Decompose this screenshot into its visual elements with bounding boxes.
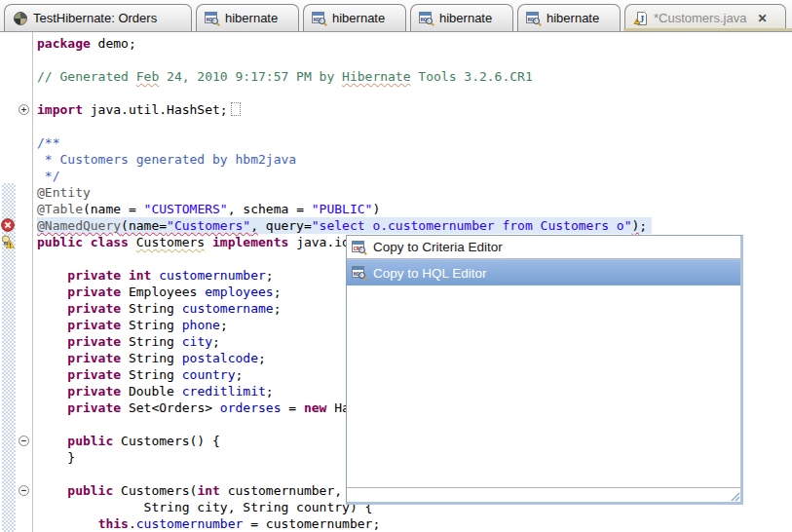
code-line-4[interactable]: import java.util.HashSet; — [37, 101, 241, 118]
code-token: . — [129, 516, 136, 531]
menu-item-copy-to-criteria-editor[interactable]: CRICopy to Criteria Editor — [347, 236, 740, 259]
code-token — [37, 301, 67, 316]
java-icon: J — [633, 11, 649, 26]
code-line-21[interactable]: private Double creditlimit; — [37, 383, 274, 399]
tab-label: hibernate — [439, 11, 492, 25]
code-line-6[interactable]: /** — [37, 134, 59, 151]
code-token: ; — [266, 268, 274, 283]
code-token: (name= — [121, 218, 167, 233]
code-token: postalcode — [182, 351, 258, 365]
tab-hibernate[interactable]: HQLhibernate — [303, 4, 406, 31]
svg-text:J: J — [639, 13, 644, 23]
code-token: , schema = — [228, 202, 312, 216]
code-token: = customernumber; — [243, 516, 380, 531]
code-token — [37, 367, 67, 382]
code-line-0[interactable]: package demo; — [37, 35, 136, 52]
hql-icon: HQL — [205, 11, 220, 26]
error-icon[interactable] — [1, 218, 15, 232]
editor-tab-bar: TestHibernate: OrdersHQLhibernateHQLhibe… — [0, 0, 792, 32]
fold-collapse-icon[interactable]: − — [19, 436, 29, 446]
code-token: new — [304, 400, 326, 415]
code-line-9[interactable]: @Entity — [37, 184, 91, 201]
code-token — [37, 268, 67, 283]
code-token: , — [250, 218, 258, 233]
menu-item-copy-to-hql-editor[interactable]: HQLCopy to HQL Editor — [347, 259, 740, 285]
code-line-20[interactable]: private String country; — [37, 366, 243, 383]
code-token: Customers() { — [113, 434, 220, 448]
code-token: public — [67, 434, 113, 448]
context-menu: CRICopy to Criteria EditorHQLCopy to HQL… — [346, 235, 743, 505]
code-token — [37, 384, 67, 399]
code-token: private — [67, 318, 121, 332]
resize-grip[interactable] — [730, 491, 740, 502]
console-icon — [13, 11, 28, 26]
tab-label: *Customers.java — [654, 11, 746, 25]
code-line-2[interactable]: // Generated Feb 24, 2010 9:17:57 PM by … — [37, 68, 533, 85]
code-token — [37, 400, 67, 415]
tab--customers-java[interactable]: J*Customers.java✕ — [624, 4, 786, 31]
code-token — [205, 235, 212, 249]
code-token: ; — [266, 384, 274, 399]
code-token: Tools 3.2.6.CR1 — [411, 69, 533, 84]
code-token — [37, 334, 67, 349]
code-token — [37, 318, 67, 332]
code-token: @Entity — [37, 185, 91, 200]
code-token: public — [67, 483, 113, 498]
code-token — [37, 285, 67, 299]
code-token: String — [121, 318, 182, 332]
tab-label: hibernate — [225, 11, 278, 25]
code-token: @Table — [37, 202, 83, 216]
code-token: orderses — [220, 400, 282, 415]
code-token: phone — [182, 318, 220, 332]
code-line-14[interactable]: private int customernumber; — [37, 267, 274, 284]
code-token: query= — [258, 218, 312, 233]
tab-hibernate[interactable]: HQLhibernate — [196, 4, 299, 31]
tab-hibernate[interactable]: HQLhibernate — [410, 4, 513, 31]
code-token: public class — [37, 235, 129, 249]
code-line-7[interactable]: * Customers generated by hbm2java — [37, 151, 296, 168]
code-token: * Customers generated by hbm2java — [37, 152, 296, 167]
code-line-17[interactable]: private String phone; — [37, 317, 228, 333]
tab-testhibernate-orders[interactable]: TestHibernate: Orders — [4, 4, 192, 31]
code-line-28[interactable]: String city, String country) { — [37, 499, 372, 515]
code-token — [37, 434, 67, 448]
fold-collapse-icon[interactable]: − — [19, 485, 29, 496]
code-token: customernumber — [159, 268, 266, 283]
code-token: ; — [639, 218, 647, 233]
code-token — [37, 483, 67, 498]
criteria-icon: CRI — [352, 240, 367, 255]
fold-expand-icon[interactable]: + — [19, 104, 29, 115]
code-token: String — [121, 351, 182, 365]
code-line-24[interactable]: public Customers() { — [37, 433, 220, 449]
code-token: private — [67, 334, 121, 349]
tab-hibernate[interactable]: HQLhibernate — [517, 4, 621, 31]
code-token: ; — [212, 334, 220, 349]
code-line-18[interactable]: private String city; — [37, 333, 220, 350]
code-line-19[interactable]: private String postalcode; — [37, 350, 266, 366]
code-token: this — [98, 516, 129, 531]
code-line-29[interactable]: this.customernumber = customernumber; — [37, 515, 380, 532]
code-line-10[interactable]: @Table(name = "CUSTOMERS", schema = "PUB… — [37, 201, 380, 217]
bulb-warning-icon[interactable] — [1, 235, 15, 248]
code-token: ) — [372, 202, 380, 216]
code-token: /** — [37, 135, 59, 150]
code-token: (name = — [83, 202, 144, 216]
code-line-25[interactable]: } — [37, 449, 75, 466]
code-token: = — [281, 400, 303, 415]
code-token: country — [182, 367, 236, 382]
code-line-15[interactable]: private Employees employees; — [37, 284, 281, 300]
context-menu-items: CRICopy to Criteria EditorHQLCopy to HQL… — [347, 236, 740, 285]
code-token: private — [67, 384, 121, 399]
code-token: String — [121, 301, 182, 316]
close-icon[interactable]: ✕ — [757, 13, 767, 24]
tab-label: hibernate — [332, 11, 385, 25]
code-line-8[interactable]: */ — [37, 168, 59, 184]
code-token: import — [37, 102, 83, 117]
code-line-11[interactable]: @NamedQuery(name="Customers", query="sel… — [37, 217, 652, 234]
tab-label: TestHibernate: Orders — [33, 11, 157, 25]
context-menu-footer — [347, 487, 740, 502]
code-token: implements — [212, 235, 288, 249]
code-line-16[interactable]: private String customername; — [37, 300, 281, 317]
code-token: private — [67, 285, 121, 299]
collapsed-imports-marker[interactable] — [231, 102, 241, 116]
